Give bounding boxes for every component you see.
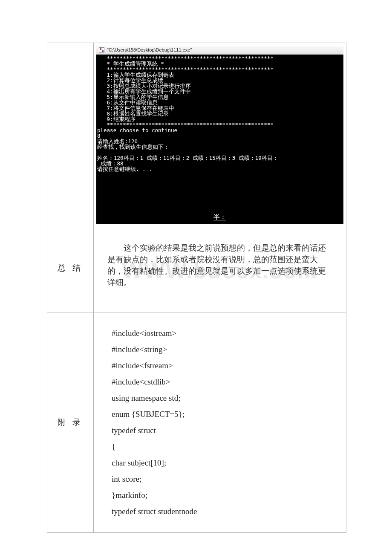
- summary-body: 这个实验的结果是我之前说预想的，但是总的来看的话还是有缺点的，比如系或者院校没有…: [107, 243, 326, 287]
- code-line: typedef struct studentnode: [112, 503, 334, 520]
- console-press-any-key: 请按任意键继续. . .: [97, 166, 152, 172]
- label-summary: 总 结: [47, 224, 94, 312]
- console-body: ****************************************…: [96, 55, 343, 210]
- code-line: #include<iostream>: [112, 325, 334, 341]
- console-found: 经查找，找到该生信息如下：: [97, 144, 169, 150]
- code-block: #include<iostream> #include<string> #inc…: [112, 325, 334, 520]
- code-line: char subject[10];: [112, 455, 334, 471]
- console-cell: "C:\Users\158\Desktop\Debug\1111.exe" **…: [94, 43, 346, 224]
- label-cell-empty: [47, 43, 94, 224]
- console-result-1: 姓名：120科目：1 成绩：11科目：2 成绩：15科目：3 成绩：19科目：: [97, 155, 278, 161]
- code-line: using namespace std;: [112, 390, 334, 406]
- code-line: #include<cstdlib>: [112, 374, 334, 390]
- page-container: "C:\Users\158\Desktop\Debug\1111.exe" **…: [0, 0, 392, 533]
- code-line: #include<fstream>: [112, 358, 334, 374]
- row-summary: 总 结 WWW.bdocx.com 这个实验的结果是我之前说预想的，但是总的来看…: [47, 224, 346, 312]
- console-titlebar: "C:\Users\158\Desktop\Debug\1111.exe": [96, 46, 343, 55]
- console-footer: 半：: [96, 210, 343, 224]
- console-app-icon: [99, 47, 104, 53]
- row-appendix: 附 录 #include<iostream> #include<string> …: [47, 312, 346, 533]
- code-line: #include<string>: [112, 341, 334, 358]
- code-line: int score;: [112, 471, 334, 487]
- code-line: enum {SUBJECT=5};: [112, 406, 334, 422]
- code-line: {: [112, 439, 334, 455]
- document-table: "C:\Users\158\Desktop\Debug\1111.exe" **…: [47, 43, 346, 533]
- label-appendix: 附 录: [47, 312, 94, 533]
- summary-cell: WWW.bdocx.com 这个实验的结果是我之前说预想的，但是总的来看的话还是…: [94, 224, 346, 312]
- console-prompt: please choose to continue: [97, 127, 177, 133]
- code-line: }markinfo;: [112, 487, 334, 503]
- code-cell: #include<iostream> #include<string> #inc…: [94, 312, 346, 533]
- console-title: "C:\Users\158\Desktop\Debug\1111.exe": [107, 47, 192, 52]
- row-console: "C:\Users\158\Desktop\Debug\1111.exe" **…: [47, 43, 346, 224]
- code-line: typedef struct: [112, 422, 334, 439]
- console-window: "C:\Users\158\Desktop\Debug\1111.exe" **…: [96, 46, 343, 224]
- summary-text: 这个实验的结果是我之前说预想的，但是总的来看的话还是有缺点的，比如系或者院校没有…: [107, 242, 332, 288]
